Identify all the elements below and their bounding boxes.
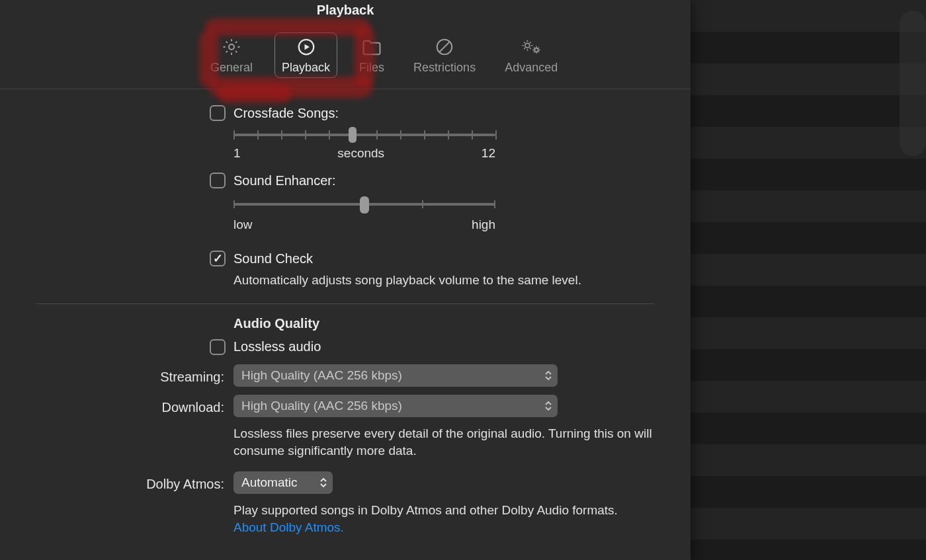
svg-point-4 bbox=[525, 43, 530, 48]
lossless-checkbox[interactable] bbox=[210, 339, 226, 355]
chevrons-icon bbox=[544, 401, 552, 411]
dolby-select[interactable]: Automatic bbox=[233, 471, 333, 494]
lossless-note: Lossless files preserve every detail of … bbox=[233, 425, 654, 460]
lossless-label: Lossless audio bbox=[233, 339, 321, 354]
download-value: High Quality (AAC 256 kbps) bbox=[241, 399, 402, 413]
tab-label: General bbox=[210, 61, 253, 75]
tab-files[interactable]: Files bbox=[352, 32, 392, 78]
download-label: Download: bbox=[36, 397, 233, 415]
crossfade-unit: seconds bbox=[337, 146, 384, 161]
gears-icon bbox=[520, 37, 542, 57]
tab-label: Advanced bbox=[505, 61, 558, 75]
streaming-select[interactable]: High Quality (AAC 256 kbps) bbox=[233, 364, 558, 387]
svg-point-5 bbox=[534, 48, 538, 52]
chevrons-icon bbox=[544, 370, 552, 381]
soundcheck-desc: Automatically adjusts song playback volu… bbox=[233, 272, 654, 289]
panel-content: Crossfade Songs: bbox=[0, 89, 691, 551]
svg-point-0 bbox=[229, 44, 234, 50]
restriction-icon bbox=[435, 37, 454, 57]
soundcheck-label: Sound Check bbox=[233, 251, 313, 266]
streaming-label: Streaming: bbox=[36, 366, 233, 385]
tab-general[interactable]: General bbox=[203, 32, 260, 78]
download-select[interactable]: High Quality (AAC 256 kbps) bbox=[233, 395, 558, 417]
play-circle-icon bbox=[296, 37, 316, 57]
enhancer-slider[interactable] bbox=[233, 195, 495, 214]
tab-label: Files bbox=[359, 61, 384, 75]
panel-title: Playback bbox=[0, 0, 691, 18]
enhancer-high: high bbox=[472, 218, 495, 232]
tab-restrictions[interactable]: Restrictions bbox=[406, 32, 483, 78]
crossfade-min: 1 bbox=[233, 146, 241, 161]
audio-quality-heading: Audio Quality bbox=[233, 316, 654, 331]
enhancer-low: low bbox=[233, 218, 253, 232]
tab-playback[interactable]: Playback bbox=[274, 32, 337, 78]
tab-label: Restrictions bbox=[413, 61, 476, 75]
dolby-link[interactable]: About Dolby Atmos. bbox=[233, 520, 344, 534]
soundcheck-checkbox[interactable] bbox=[210, 251, 226, 266]
crossfade-label: Crossfade Songs: bbox=[233, 106, 339, 121]
crossfade-checkbox[interactable] bbox=[210, 105, 226, 121]
dolby-value: Automatic bbox=[241, 475, 297, 490]
enhancer-label: Sound Enhancer: bbox=[233, 173, 336, 188]
gear-icon bbox=[222, 37, 241, 57]
svg-line-3 bbox=[440, 42, 450, 52]
preferences-panel: Playback General Playback Files bbox=[0, 0, 691, 560]
dolby-note: Play supported songs in Dolby Atmos and … bbox=[233, 503, 618, 517]
crossfade-slider[interactable] bbox=[233, 128, 495, 142]
folder-icon bbox=[362, 37, 382, 57]
tab-label: Playback bbox=[282, 61, 330, 75]
chevrons-icon bbox=[319, 477, 327, 488]
divider bbox=[36, 303, 654, 304]
tab-advanced[interactable]: Advanced bbox=[497, 32, 565, 78]
prefs-toolbar: General Playback Files Restrictions bbox=[0, 18, 691, 89]
crossfade-max: 12 bbox=[482, 146, 495, 161]
dolby-label: Dolby Atmos: bbox=[36, 473, 233, 492]
streaming-value: High Quality (AAC 256 kbps) bbox=[241, 368, 402, 383]
enhancer-checkbox[interactable] bbox=[210, 173, 226, 188]
background-list bbox=[691, 0, 926, 560]
